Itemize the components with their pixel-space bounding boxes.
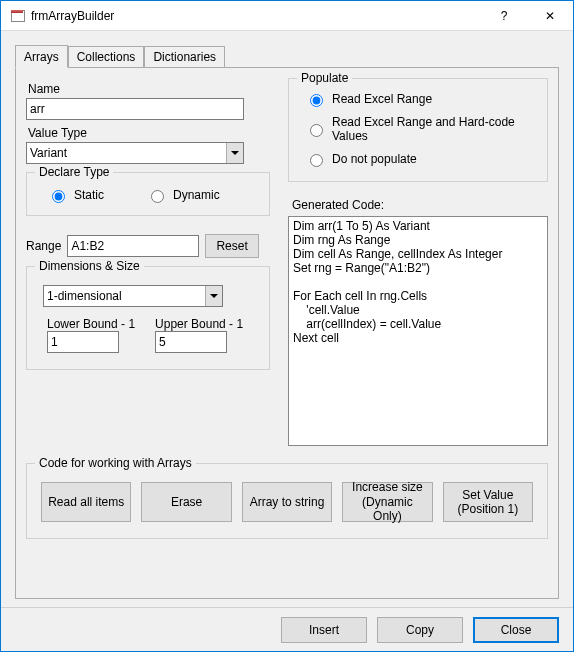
declare-type-group: Declare Type Static Dynamic [26,172,270,216]
populate-read-radio[interactable]: Read Excel Range [305,91,537,107]
close-window-button[interactable]: ✕ [527,1,573,31]
code-actions-group: Code for working with Arrays Read all it… [26,463,548,539]
dialog-footer: Insert Copy Close [1,607,573,651]
range-label: Range [26,239,61,253]
upperbound-input[interactable] [155,331,227,353]
populate-group: Populate Read Excel Range Read Excel Ran… [288,78,548,182]
generated-code-label: Generated Code: [292,198,548,212]
lowerbound-input[interactable] [47,331,119,353]
tab-collections[interactable]: Collections [68,46,145,67]
dimensions-value[interactable] [43,285,223,307]
chevron-down-icon[interactable] [226,143,243,163]
range-input[interactable] [67,235,199,257]
name-input[interactable] [26,98,244,120]
generated-code-textarea[interactable] [288,216,548,446]
erase-button[interactable]: Erase [141,482,231,522]
insert-button[interactable]: Insert [281,617,367,643]
read-all-items-button[interactable]: Read all items [41,482,131,522]
valuetype-value[interactable] [26,142,244,164]
chevron-down-icon[interactable] [205,286,222,306]
increase-size-button[interactable]: Increase size(Dynamic Only) [342,482,432,522]
close-button[interactable]: Close [473,617,559,643]
valuetype-label: Value Type [28,126,270,140]
copy-button[interactable]: Copy [377,617,463,643]
tab-strip: Arrays Collections Dictionaries [1,31,573,67]
reset-button[interactable]: Reset [205,234,258,258]
code-actions-legend: Code for working with Arrays [35,456,196,470]
declare-dynamic-radio[interactable]: Dynamic [146,187,220,203]
valuetype-select[interactable] [26,142,244,164]
set-value-button[interactable]: Set Value(Position 1) [443,482,533,522]
declare-static-radio[interactable]: Static [47,187,104,203]
help-button[interactable]: ? [481,1,527,31]
tab-dictionaries[interactable]: Dictionaries [144,46,225,67]
populate-none-radio[interactable]: Do not populate [305,151,537,167]
dimensions-legend: Dimensions & Size [35,259,144,273]
populate-legend: Populate [297,71,352,85]
lowerbound-label: Lower Bound - 1 [47,317,135,331]
declare-type-legend: Declare Type [35,165,113,179]
window-frame: frmArrayBuilder ? ✕ Arrays Collections D… [0,0,574,652]
window-title: frmArrayBuilder [31,9,114,23]
name-label: Name [28,82,270,96]
app-icon [9,8,25,24]
populate-hardcode-radio[interactable]: Read Excel Range and Hard-code Values [305,115,537,143]
tab-body-arrays: Name Value Type Declare Type Static [15,68,559,599]
upperbound-label: Upper Bound - 1 [155,317,243,331]
array-to-string-button[interactable]: Array to string [242,482,332,522]
titlebar: frmArrayBuilder ? ✕ [1,1,573,31]
client-area: Arrays Collections Dictionaries Name Val… [1,31,573,651]
dimensions-group: Dimensions & Size Lower Bound - 1 [26,266,270,370]
tab-arrays[interactable]: Arrays [15,45,68,68]
dimensions-select[interactable] [43,285,223,307]
